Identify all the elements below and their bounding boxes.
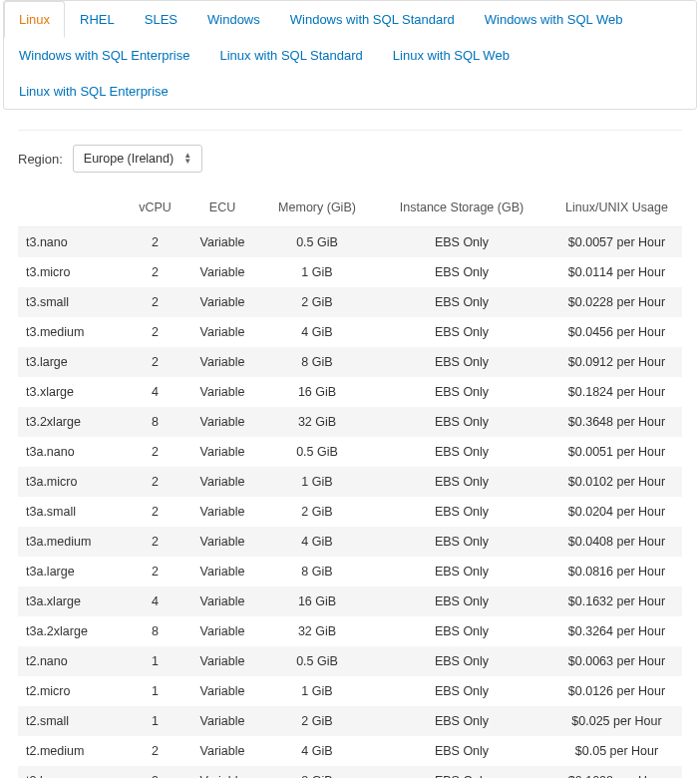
region-select[interactable]: Europe (Ireland) ▲▼ bbox=[73, 145, 202, 173]
cell-ecu: Variable bbox=[182, 706, 262, 736]
cell-price: $0.0228 per Hour bbox=[551, 287, 682, 317]
cell-price: $0.3264 per Hour bbox=[551, 616, 682, 646]
col-header-name bbox=[18, 191, 128, 227]
cell-memory: 1 GiB bbox=[262, 257, 372, 287]
cell-ecu: Variable bbox=[182, 557, 262, 586]
col-header-ecu: ECU bbox=[182, 191, 262, 227]
cell-memory: 2 GiB bbox=[262, 497, 372, 527]
cell-instance-name: t2.micro bbox=[18, 676, 128, 706]
cell-vcpu: 2 bbox=[128, 317, 182, 347]
table-row: t3.large2Variable8 GiBEBS Only$0.0912 pe… bbox=[18, 347, 682, 377]
cell-memory: 2 GiB bbox=[262, 287, 372, 317]
cell-price: $0.0456 per Hour bbox=[551, 317, 682, 347]
os-tab[interactable]: Windows with SQL Enterprise bbox=[4, 37, 204, 74]
table-row: t3.medium2Variable4 GiBEBS Only$0.0456 p… bbox=[18, 317, 682, 347]
cell-ecu: Variable bbox=[182, 227, 262, 258]
col-header-storage: Instance Storage (GB) bbox=[372, 191, 551, 227]
col-header-price: Linux/UNIX Usage bbox=[551, 191, 682, 227]
cell-price: $0.1632 per Hour bbox=[551, 586, 682, 616]
cell-ecu: Variable bbox=[182, 736, 262, 766]
cell-ecu: Variable bbox=[182, 347, 262, 377]
os-tab[interactable]: Windows with SQL Standard bbox=[275, 1, 470, 38]
cell-vcpu: 2 bbox=[128, 257, 182, 287]
cell-ecu: Variable bbox=[182, 766, 262, 778]
cell-price: $0.0051 per Hour bbox=[551, 437, 682, 467]
cell-storage: EBS Only bbox=[372, 766, 551, 778]
col-header-vcpu: vCPU bbox=[128, 191, 182, 227]
os-tab-label: Linux with SQL Enterprise bbox=[19, 84, 169, 99]
table-header-row: vCPU ECU Memory (GiB) Instance Storage (… bbox=[18, 191, 682, 227]
cell-storage: EBS Only bbox=[372, 437, 551, 467]
cell-ecu: Variable bbox=[182, 676, 262, 706]
os-tab[interactable]: Linux with SQL Standard bbox=[204, 37, 377, 74]
cell-instance-name: t2.large bbox=[18, 766, 128, 778]
table-row: t3a.medium2Variable4 GiBEBS Only$0.0408 … bbox=[18, 527, 682, 557]
cell-instance-name: t2.small bbox=[18, 706, 128, 736]
cell-storage: EBS Only bbox=[372, 257, 551, 287]
cell-vcpu: 1 bbox=[128, 706, 182, 736]
cell-instance-name: t3a.medium bbox=[18, 527, 128, 557]
cell-price: $0.0126 per Hour bbox=[551, 676, 682, 706]
cell-ecu: Variable bbox=[182, 437, 262, 467]
cell-storage: EBS Only bbox=[372, 497, 551, 527]
cell-ecu: Variable bbox=[182, 377, 262, 407]
region-selected-value: Europe (Ireland) bbox=[84, 152, 174, 166]
cell-memory: 0.5 GiB bbox=[262, 227, 372, 258]
os-tab-bar: LinuxRHELSLESWindowsWindows with SQL Sta… bbox=[3, 0, 697, 110]
os-tab[interactable]: Windows bbox=[192, 1, 275, 38]
table-row: t3a.2xlarge8Variable32 GiBEBS Only$0.326… bbox=[18, 616, 682, 646]
col-header-memory: Memory (GiB) bbox=[262, 191, 372, 227]
os-tab[interactable]: Linux bbox=[4, 1, 65, 38]
table-row: t2.large2Variable8 GiBEBS Only$0.1008 pe… bbox=[18, 766, 682, 778]
cell-price: $0.3648 per Hour bbox=[551, 407, 682, 437]
cell-memory: 16 GiB bbox=[262, 586, 372, 616]
cell-price: $0.0912 per Hour bbox=[551, 347, 682, 377]
cell-memory: 8 GiB bbox=[262, 557, 372, 586]
cell-vcpu: 4 bbox=[128, 377, 182, 407]
cell-memory: 32 GiB bbox=[262, 616, 372, 646]
cell-ecu: Variable bbox=[182, 407, 262, 437]
cell-vcpu: 2 bbox=[128, 347, 182, 377]
cell-memory: 0.5 GiB bbox=[262, 437, 372, 467]
cell-price: $0.1008 per Hour bbox=[551, 766, 682, 778]
cell-storage: EBS Only bbox=[372, 227, 551, 258]
cell-instance-name: t3a.large bbox=[18, 557, 128, 586]
os-tab[interactable]: Linux with SQL Web bbox=[378, 37, 525, 74]
cell-instance-name: t3.small bbox=[18, 287, 128, 317]
cell-instance-name: t2.nano bbox=[18, 646, 128, 676]
table-row: t2.micro1Variable1 GiBEBS Only$0.0126 pe… bbox=[18, 676, 682, 706]
table-row: t3.nano2Variable0.5 GiBEBS Only$0.0057 p… bbox=[18, 227, 682, 258]
cell-storage: EBS Only bbox=[372, 377, 551, 407]
cell-instance-name: t3a.2xlarge bbox=[18, 616, 128, 646]
cell-memory: 32 GiB bbox=[262, 407, 372, 437]
cell-price: $0.0204 per Hour bbox=[551, 497, 682, 527]
cell-vcpu: 2 bbox=[128, 437, 182, 467]
cell-instance-name: t3a.micro bbox=[18, 467, 128, 497]
cell-storage: EBS Only bbox=[372, 646, 551, 676]
cell-storage: EBS Only bbox=[372, 586, 551, 616]
table-row: t3a.xlarge4Variable16 GiBEBS Only$0.1632… bbox=[18, 586, 682, 616]
os-tab-label: Linux bbox=[19, 12, 50, 27]
cell-vcpu: 4 bbox=[128, 586, 182, 616]
cell-vcpu: 8 bbox=[128, 616, 182, 646]
cell-vcpu: 2 bbox=[128, 557, 182, 586]
os-tab[interactable]: Windows with SQL Web bbox=[470, 1, 638, 38]
pricing-content: Region: Europe (Ireland) ▲▼ vCPU ECU Mem… bbox=[0, 110, 700, 778]
os-tab[interactable]: RHEL bbox=[65, 1, 130, 38]
cell-vcpu: 8 bbox=[128, 407, 182, 437]
cell-storage: EBS Only bbox=[372, 557, 551, 586]
os-tab[interactable]: SLES bbox=[130, 1, 192, 38]
cell-ecu: Variable bbox=[182, 317, 262, 347]
os-tab-label: Windows with SQL Enterprise bbox=[19, 48, 189, 63]
cell-memory: 2 GiB bbox=[262, 706, 372, 736]
table-row: t2.small1Variable2 GiBEBS Only$0.025 per… bbox=[18, 706, 682, 736]
cell-instance-name: t3a.xlarge bbox=[18, 586, 128, 616]
cell-ecu: Variable bbox=[182, 497, 262, 527]
cell-vcpu: 1 bbox=[128, 676, 182, 706]
cell-memory: 1 GiB bbox=[262, 467, 372, 497]
os-tab[interactable]: Linux with SQL Enterprise bbox=[4, 73, 183, 110]
cell-ecu: Variable bbox=[182, 527, 262, 557]
region-label: Region: bbox=[18, 152, 63, 167]
cell-instance-name: t3.nano bbox=[18, 227, 128, 258]
cell-ecu: Variable bbox=[182, 467, 262, 497]
